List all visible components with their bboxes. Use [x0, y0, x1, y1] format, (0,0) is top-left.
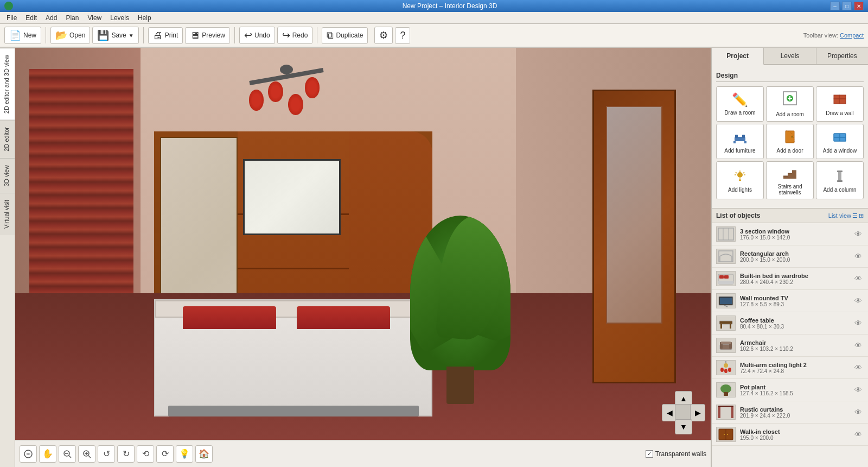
vp-zoom-in-button[interactable] [78, 445, 95, 463]
tab-properties[interactable]: Properties [816, 48, 868, 64]
view-mode-link[interactable]: Compact [840, 32, 864, 39]
tab-2d[interactable]: 2D editor [0, 120, 15, 158]
close-button[interactable]: ✕ [854, 2, 864, 10]
tab-levels[interactable]: Levels [764, 48, 816, 64]
svg-rect-18 [735, 135, 738, 138]
object-eye-closet[interactable]: 👁 [853, 429, 864, 440]
nav-right-button[interactable]: ▶ [690, 404, 705, 421]
undo-button[interactable]: ↩ Undo [239, 27, 275, 44]
redo-label: Redo [292, 31, 308, 39]
lamp-shade4 [305, 77, 320, 98]
help-button[interactable]: ? [395, 27, 410, 44]
object-item-arch[interactable]: Rectangular arch 200.0 × 15.0 × 200.0 👁 [712, 245, 868, 268]
object-item-curtains[interactable]: Rustic curtains 201.9 × 24.4 × 222.0 👁 [712, 401, 868, 424]
object-eye-pot-plant[interactable]: 👁 [853, 384, 864, 395]
svg-point-23 [792, 136, 793, 138]
grid-view-icon: ⊞ [859, 212, 864, 219]
3d-viewport[interactable]: ▲ ◀ ▶ ▼ ✋ ↺ ↻ ⟲ ⟳ 💡 🏠 [15, 48, 711, 467]
minimize-button[interactable]: – [830, 2, 840, 10]
redo-button[interactable]: ↪ Redo [277, 27, 313, 44]
nav-down-button[interactable]: ▼ [675, 419, 692, 434]
menu-plan[interactable]: Plan [61, 13, 83, 23]
svg-rect-39 [837, 171, 843, 172]
object-dims-closet: 195.0 × 200.0 [740, 435, 848, 441]
vp-pan-button[interactable]: ✋ [39, 445, 56, 463]
object-info-closet: Walk-in closet 195.0 × 200.0 [740, 428, 848, 441]
add-window-button[interactable]: Add a window [816, 124, 864, 159]
object-eye-bed[interactable]: 👁 [853, 273, 864, 284]
svg-point-65 [720, 384, 731, 393]
add-furniture-button[interactable]: Add furniture [716, 124, 764, 159]
menu-add[interactable]: Add [41, 13, 61, 23]
object-item-window[interactable]: 3 section window 176.0 × 15.0 × 142.0 👁 [712, 223, 868, 245]
lamp-shade3 [288, 94, 303, 115]
add-lights-button[interactable]: Add lights [716, 161, 764, 199]
menu-edit[interactable]: Edit [21, 13, 41, 23]
vp-rotate-right-button[interactable]: ↻ [117, 445, 135, 463]
object-info-pot-plant: Pot plant 127.4 × 116.2 × 158.5 [740, 384, 848, 396]
svg-rect-22 [786, 131, 794, 143]
vp-orbit-right-button[interactable]: ⟳ [156, 445, 174, 463]
new-button[interactable]: 📄 New [4, 27, 41, 44]
add-door-button[interactable]: Add a door [766, 124, 814, 159]
add-column-button[interactable]: Add a column [816, 161, 864, 199]
toolbar: 📄 New 📂 Open 💾 Save ▼ 🖨 Print 🖥 Preview … [0, 24, 868, 48]
object-info-coffee-table: Coffee table 80.4 × 80.1 × 30.3 [740, 317, 848, 330]
object-item-armchair[interactable]: Armchair 102.6 × 103.2 × 110.2 👁 [712, 335, 868, 357]
list-view-button[interactable]: List view ☰ ⊞ [828, 212, 864, 219]
menu-levels[interactable]: Levels [106, 13, 133, 23]
object-item-tv[interactable]: Wall mounted TV 127.8 × 5.5 × 89.3 👁 [712, 290, 868, 312]
svg-rect-47 [719, 275, 724, 279]
object-dims-arch: 200.0 × 15.0 × 200.0 [740, 257, 848, 263]
object-name-bed: Built-in bed in wardrobe [740, 273, 848, 279]
titlebar-app-area [4, 2, 69, 10]
tab-virtual[interactable]: Virtual visit [0, 193, 15, 235]
object-eye-ceiling-light[interactable]: 👁 [853, 362, 864, 373]
settings-button[interactable]: ⚙ [374, 27, 393, 44]
print-button[interactable]: 🖨 Print [148, 27, 183, 44]
vp-orbit-left-button[interactable]: ⟲ [137, 445, 154, 463]
tab-project[interactable]: Project [712, 48, 764, 65]
vp-light-button[interactable]: 💡 [176, 445, 193, 463]
vp-360-button[interactable] [20, 445, 37, 463]
tab-3d[interactable]: 3D view [0, 158, 15, 193]
open-icon: 📂 [55, 29, 67, 41]
vp-rotate-left-button[interactable]: ↺ [98, 445, 115, 463]
tab-2d-3d[interactable]: 2D editor and 3D view [0, 48, 15, 120]
object-eye-arch[interactable]: 👁 [853, 251, 864, 262]
draw-room-button[interactable]: ✏️ Draw a room [716, 86, 764, 122]
draw-wall-button[interactable]: Draw a wall [816, 86, 864, 122]
object-eye-coffee-table[interactable]: 👁 [853, 318, 864, 329]
save-dropdown-arrow[interactable]: ▼ [129, 33, 134, 39]
save-button[interactable]: 💾 Save ▼ [92, 27, 138, 44]
preview-button[interactable]: 🖥 Preview [185, 27, 230, 44]
object-eye-window[interactable]: 👁 [853, 229, 864, 239]
menu-help[interactable]: Help [133, 13, 156, 23]
object-item-bed[interactable]: Built-in bed in wardrobe 280.4 × 240.4 ×… [712, 268, 868, 290]
add-window-label: Add a window [823, 148, 857, 154]
object-item-coffee-table[interactable]: Coffee table 80.4 × 80.1 × 30.3 👁 [712, 312, 868, 335]
list-view-icon: ☰ [852, 212, 858, 219]
vp-zoom-out-button[interactable] [59, 445, 76, 463]
stairs-label: Stairs and stairwells [769, 184, 811, 195]
bed [154, 249, 432, 417]
plant [432, 216, 488, 404]
svg-rect-45 [719, 251, 733, 262]
object-eye-tv[interactable]: 👁 [853, 295, 864, 306]
stairs-button[interactable]: Stairs and stairwells [766, 161, 814, 199]
object-item-pot-plant[interactable]: Pot plant 127.4 × 116.2 × 158.5 👁 [712, 379, 868, 401]
vp-home-button[interactable]: 🏠 [195, 445, 213, 463]
object-eye-armchair[interactable]: 👁 [853, 340, 864, 351]
maximize-button[interactable]: □ [842, 2, 852, 10]
design-section-title: Design [716, 70, 864, 82]
open-button[interactable]: 📂 Open [50, 27, 90, 44]
menu-file[interactable]: File [2, 13, 21, 23]
add-room-button[interactable]: Add a room [766, 86, 814, 122]
object-eye-curtains[interactable]: 👁 [853, 407, 864, 418]
object-item-ceiling-light[interactable]: Multi-arm ceiling light 2 72.4 × 72.4 × … [712, 357, 868, 379]
duplicate-button[interactable]: ⧉ Duplicate [322, 27, 368, 44]
object-item-closet[interactable]: Walk-in closet 195.0 × 200.0 👁 [712, 424, 868, 446]
svg-point-62 [720, 368, 724, 372]
menu-view[interactable]: View [83, 13, 106, 23]
transparent-walls-checkbox[interactable] [646, 450, 653, 458]
